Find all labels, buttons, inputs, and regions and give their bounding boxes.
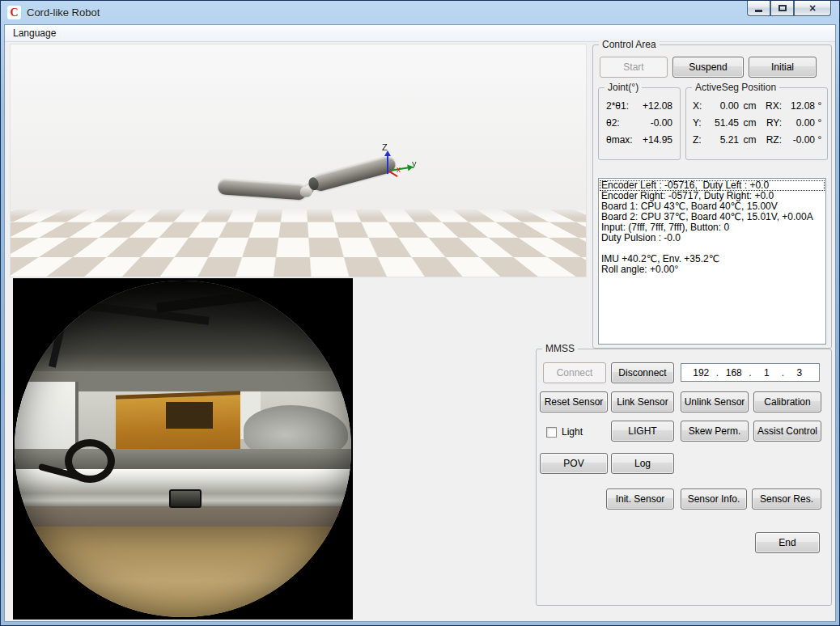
axis-y-label: y (412, 159, 417, 168)
rot-value: 12.08 (784, 98, 815, 115)
ip-separator: . (780, 367, 787, 379)
axis-name: X: (693, 98, 706, 115)
joint-name: θ2: (606, 115, 620, 132)
reset-sensor-button[interactable]: Reset Sensor (540, 391, 608, 412)
assist-control-button[interactable]: Assist Control (753, 421, 821, 442)
rot-unit: ° (815, 132, 825, 149)
close-button[interactable]: × (794, 1, 831, 16)
ip-octet: 1 (753, 367, 780, 379)
robot-segment-left (217, 178, 307, 201)
maximize-icon (778, 5, 787, 11)
unlink-sensor-button[interactable]: Unlink Sensor (681, 391, 749, 412)
rot-value: -0.00 (784, 132, 815, 149)
light-button[interactable]: LIGHT (611, 421, 674, 442)
control-area-group: Control Area Start Suspend Initial Joint… (592, 44, 832, 349)
joint-row: 2*θ1: +12.08 (599, 98, 680, 115)
light-checkbox[interactable]: Light (546, 426, 583, 438)
camera-ceiling-region (15, 281, 351, 371)
joint-group-label: Joint(°) (605, 82, 642, 94)
ip-octet: 168 (721, 367, 748, 379)
skew-perm-button[interactable]: Skew Perm. (681, 421, 749, 442)
pov-button[interactable]: POV (540, 453, 608, 474)
rot-value: 0.00 (784, 115, 815, 132)
joint-value: +12.08 (643, 98, 672, 115)
menubar: Language (5, 25, 835, 42)
minimize-button[interactable] (747, 1, 770, 16)
floor-horizon-haze (11, 208, 586, 218)
mmss-label: MMSS (542, 343, 578, 355)
connect-button[interactable]: Connect (543, 362, 606, 383)
minimize-icon (755, 10, 762, 12)
checkbox-icon (546, 427, 557, 438)
joint-name: θmax: (606, 132, 633, 149)
status-line[interactable]: Roll angle: +0.00° (600, 264, 825, 275)
rot-name: RY: (761, 115, 784, 132)
ip-separator: . (715, 367, 721, 379)
axis-unit: cm (739, 132, 761, 149)
axis-gizmo: Z x y (373, 146, 430, 185)
status-listbox: Encoder Left : -05716, Duty Left : +0.0 … (598, 178, 826, 345)
ip-octet: 192 (688, 367, 715, 379)
rot-unit: ° (815, 98, 825, 115)
ip-octet: 3 (787, 367, 813, 379)
menu-language[interactable]: Language (5, 25, 64, 41)
rot-name: RZ: (761, 132, 784, 149)
axis-value: 0.00 (706, 98, 739, 115)
joint-row: θmax: +14.95 (599, 132, 680, 149)
fisheye-image (15, 281, 351, 617)
camera-metal-latch (169, 489, 202, 508)
sensor-info-button[interactable]: Sensor Info. (681, 489, 747, 510)
camera-under-band (15, 506, 351, 527)
window-title: Cord-like Robot (27, 6, 100, 19)
app-window: C Cord-like Robot × Language Z (0, 0, 840, 626)
joint-value: +14.95 (643, 132, 672, 149)
status-line[interactable]: Duty Pulsion : -0.0 (600, 233, 825, 243)
app-icon: C (7, 6, 21, 19)
titlebar[interactable]: C Cord-like Robot × (1, 1, 839, 24)
rot-unit: ° (815, 115, 825, 132)
window-controls: × (747, 1, 831, 16)
camera-sand-floor (15, 527, 351, 617)
activeseg-row: Z: 5.21 cm RZ: -0.00 ° (693, 132, 827, 149)
joint-group: Joint(°) 2*θ1: +12.08 θ2: -0.00 θmax: +1… (598, 87, 681, 160)
axis-x-label: x (397, 165, 401, 174)
axis-name: Z: (693, 132, 706, 149)
control-area-label: Control Area (599, 39, 660, 51)
axis-value: 5.21 (706, 132, 739, 149)
camera-view (13, 278, 353, 620)
activeseg-row: Y: 51.45 cm RY: 0.00 ° (693, 115, 827, 132)
activeseg-group: ActiveSeg Position X: 0.00 cm RX: 12.08 … (685, 87, 828, 160)
start-button[interactable]: Start (600, 57, 668, 78)
activeseg-readouts: X: 0.00 cm RX: 12.08 ° Y: 51.45 cm RY: 0… (686, 88, 827, 149)
disconnect-button[interactable]: Disconnect (611, 362, 674, 383)
end-button[interactable]: End (755, 532, 820, 553)
maximize-button[interactable] (770, 1, 794, 16)
mmss-group: MMSS Connect Disconnect 192 . 168 . 1 . … (536, 349, 832, 606)
link-sensor-button[interactable]: Link Sensor (611, 391, 674, 412)
activeseg-row: X: 0.00 cm RX: 12.08 ° (693, 98, 827, 115)
3d-viewport: Z x y (10, 44, 587, 277)
axis-unit: cm (739, 98, 761, 115)
suspend-button[interactable]: Suspend (672, 57, 744, 78)
joint-readouts: 2*θ1: +12.08 θ2: -0.00 θmax: +14.95 (599, 88, 680, 149)
camera-wood-opening (166, 402, 213, 429)
calibration-button[interactable]: Calibration (753, 391, 821, 412)
client-area: Language Z x y (4, 24, 836, 622)
rot-name: RX: (761, 98, 784, 115)
initial-button[interactable]: Initial (749, 57, 817, 78)
axis-unit: cm (739, 115, 761, 132)
joint-row: θ2: -0.00 (599, 115, 680, 132)
sensor-res-button[interactable]: Sensor Res. (752, 489, 821, 510)
log-button[interactable]: Log (611, 453, 674, 474)
axis-value: 51.45 (706, 115, 739, 132)
joint-value: -0.00 (651, 115, 672, 132)
light-checkbox-label: Light (562, 426, 583, 438)
joint-name: 2*θ1: (606, 98, 629, 115)
init-sensor-button[interactable]: Init. Sensor (606, 489, 674, 510)
activeseg-group-label: ActiveSeg Position (692, 82, 779, 94)
ip-address-field[interactable]: 192 . 168 . 1 . 3 (681, 363, 820, 382)
axis-name: Y: (693, 115, 706, 132)
close-icon: × (809, 2, 816, 14)
ip-separator: . (747, 367, 753, 379)
